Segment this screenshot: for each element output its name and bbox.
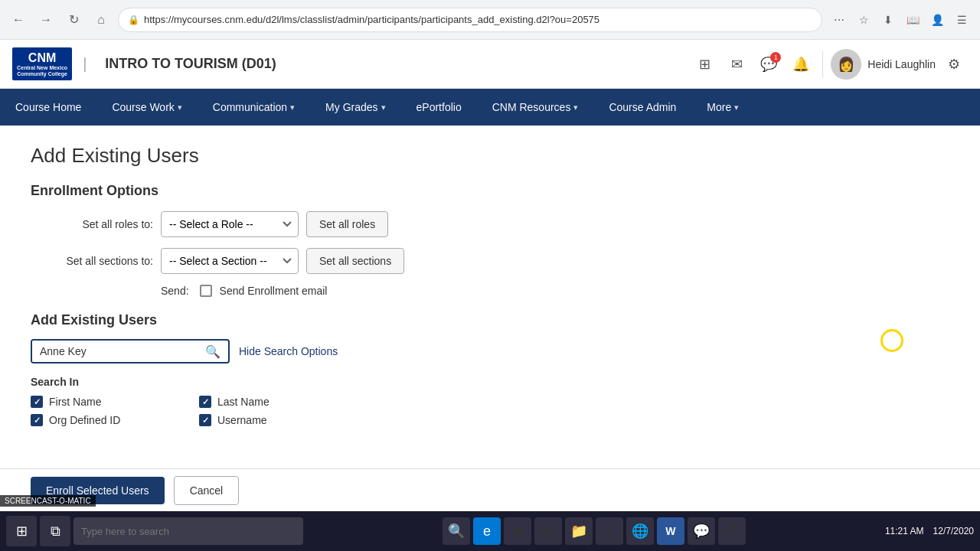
last-name-row: Last Name — [199, 396, 352, 408]
enrollment-options-title: Enrollment Options — [31, 183, 949, 199]
mail-button[interactable]: ✉ — [723, 51, 750, 78]
search-checkboxes: First Name Last Name Org Defined ID User… — [31, 396, 949, 426]
taskbar-app-help[interactable]: ? — [718, 517, 746, 545]
taskbar-apps: 🔍 e 🛍 ✉ 📁 ♪ 🌐 W 💬 ? — [306, 517, 882, 545]
notifications-button[interactable]: 🔔 — [787, 51, 815, 78]
chevron-down-icon: ▾ — [381, 103, 386, 112]
nav-course-home[interactable]: Course Home — [0, 89, 96, 126]
header-separator: | — [83, 55, 87, 73]
nav-course-work-label: Course Work — [112, 101, 174, 113]
chat-button[interactable]: 💬 1 — [755, 51, 782, 78]
nav-more[interactable]: More ▾ — [691, 89, 754, 126]
browser-chrome: ← → ↻ ⌂ 🔒 https://mycourses.cnm.edu/d2l/… — [0, 0, 980, 40]
refresh-button[interactable]: ↻ — [63, 9, 84, 31]
search-in-label: Search In — [31, 376, 949, 388]
settings-gear-button[interactable]: ⚙ — [940, 51, 968, 78]
gear-icon: ⚙ — [948, 56, 960, 73]
chevron-down-icon: ▾ — [290, 103, 295, 112]
nav-eportfolio-label: ePortfolio — [416, 101, 462, 113]
home-button[interactable]: ⌂ — [90, 9, 112, 31]
user-info[interactable]: 👩 Heidi Laughlin — [831, 49, 936, 80]
taskbar-app-store[interactable]: 🛍 — [504, 517, 531, 545]
grid-icon-button[interactable]: ⊞ — [691, 51, 718, 78]
set-roles-row: Set all roles to: -- Select a Role -- Se… — [31, 211, 949, 237]
nav-my-grades-label: My Grades — [325, 101, 377, 113]
browser-right-icons: ⋯ ☆ ⬇ 📖 👤 ☰ — [828, 9, 972, 31]
logo-cnm-text: CNM — [17, 51, 67, 65]
nav-eportfolio[interactable]: ePortfolio — [401, 89, 477, 126]
taskbar-app-cortana[interactable]: 🔍 — [443, 517, 470, 545]
set-roles-label: Set all roles to: — [31, 218, 153, 230]
taskbar-app-chrome[interactable]: 🌐 — [626, 517, 654, 545]
search-icon: 🔍 — [205, 344, 220, 359]
taskbar-date: 12/7/2020 — [933, 526, 974, 536]
download-button[interactable]: ⬇ — [877, 9, 899, 31]
taskbar-app-music[interactable]: ♪ — [596, 517, 623, 545]
last-name-label: Last Name — [217, 396, 270, 408]
nav-course-home-label: Course Home — [15, 101, 81, 113]
nav-more-label: More — [707, 101, 731, 113]
org-defined-checkbox[interactable] — [31, 414, 43, 426]
extensions-button[interactable]: ⋯ — [828, 9, 850, 31]
nav-my-grades[interactable]: My Grades ▾ — [310, 89, 400, 126]
nav-communication-label: Communication — [213, 101, 287, 113]
first-name-checkbox[interactable] — [31, 396, 43, 408]
hide-search-options-link[interactable]: Hide Search Options — [239, 345, 338, 357]
user-name: Heidi Laughlin — [867, 58, 936, 70]
start-button[interactable]: ⊞ — [6, 516, 37, 546]
grid-icon: ⊞ — [699, 56, 710, 73]
nav-course-admin[interactable]: Course Admin — [593, 89, 691, 126]
cnm-logo: CNM Central New MexicoCommunity College — [12, 47, 72, 80]
roles-select[interactable]: -- Select a Role -- — [161, 211, 299, 237]
cancel-button[interactable]: Cancel — [174, 476, 240, 505]
send-enrollment-checkbox[interactable] — [200, 285, 212, 297]
send-row: Send: Send Enrollment email — [31, 285, 949, 297]
main-nav: Course Home Course Work ▾ Communication … — [0, 89, 980, 126]
last-name-checkbox[interactable] — [199, 396, 211, 408]
bookmark-button[interactable]: ☆ — [853, 9, 874, 31]
set-all-sections-button[interactable]: Set all sections — [306, 248, 404, 274]
taskbar-app-edge[interactable]: e — [473, 517, 501, 545]
org-defined-label: Org Defined ID — [49, 414, 120, 426]
set-sections-row: Set all sections to: -- Select a Section… — [31, 248, 949, 274]
username-label: Username — [217, 414, 267, 426]
address-bar[interactable]: 🔒 https://mycourses.cnm.edu/d2l/lms/clas… — [118, 8, 822, 32]
reading-list-button[interactable]: 📖 — [902, 9, 923, 31]
search-row: 🔍 Hide Search Options — [31, 339, 949, 364]
username-checkbox[interactable] — [199, 414, 211, 426]
page-content: Add Existing Users Enrollment Options Se… — [0, 126, 980, 508]
add-existing-users-title: Add Existing Users — [31, 312, 949, 328]
bell-icon: 🔔 — [792, 56, 809, 73]
url-text: https://mycourses.cnm.edu/d2l/lms/classl… — [144, 14, 599, 25]
avatar-image: 👩 — [838, 56, 854, 73]
lock-icon: 🔒 — [128, 15, 139, 25]
search-in-section: Search In First Name Last Name Org Defin… — [31, 376, 949, 426]
mail-icon: ✉ — [731, 56, 743, 73]
taskbar-app-teams[interactable]: 💬 — [688, 517, 715, 545]
search-box: 🔍 — [31, 339, 230, 364]
taskbar-app-mail[interactable]: ✉ — [534, 517, 562, 545]
search-button[interactable]: 🔍 — [198, 344, 228, 359]
logo-subtitle: Central New MexicoCommunity College — [17, 65, 67, 77]
taskbar-search-input[interactable] — [74, 517, 303, 545]
set-all-roles-button[interactable]: Set all roles — [306, 211, 388, 237]
back-button[interactable]: ← — [8, 9, 29, 31]
chevron-down-icon: ▾ — [734, 103, 739, 112]
taskbar-app-word[interactable]: W — [657, 517, 684, 545]
username-row: Username — [199, 414, 352, 426]
forward-button[interactable]: → — [35, 9, 57, 31]
nav-course-work[interactable]: Course Work ▾ — [96, 89, 197, 126]
user-profile-button[interactable]: 👤 — [926, 9, 948, 31]
taskbar-app-files[interactable]: 📁 — [565, 517, 593, 545]
task-view-button[interactable]: ⧉ — [40, 516, 70, 546]
chevron-down-icon: ▾ — [573, 103, 578, 112]
org-defined-row: Org Defined ID — [31, 414, 184, 426]
header-divider — [822, 51, 823, 78]
nav-cnm-resources[interactable]: CNM Resources ▾ — [477, 89, 594, 126]
sections-select[interactable]: -- Select a Section -- — [161, 248, 299, 274]
nav-communication[interactable]: Communication ▾ — [198, 89, 310, 126]
settings-button[interactable]: ☰ — [951, 9, 972, 31]
search-input[interactable] — [32, 341, 198, 362]
chevron-down-icon: ▾ — [178, 103, 182, 112]
first-name-row: First Name — [31, 396, 184, 408]
